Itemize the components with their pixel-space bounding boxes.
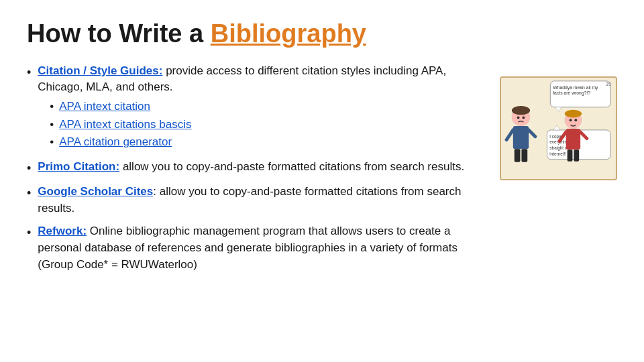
apa-intext-bascis-link[interactable]: APA intext citations bascis	[59, 117, 191, 133]
refwork-link[interactable]: Refwork:	[38, 225, 87, 237]
primo-citation-link[interactable]: Primo Citation:	[38, 160, 119, 173]
bibliography-link[interactable]: Bibliography	[211, 19, 366, 48]
cartoon-image: Whaddya mean all my facts are wrong?!? I…	[500, 76, 617, 180]
sub-bullet-dot-1: •	[50, 99, 54, 115]
bullet-text-google: Google Scholar Cites: allow you to copy-…	[38, 184, 493, 217]
svg-text:facts are wrong?!?: facts are wrong?!?	[553, 90, 590, 96]
svg-text:Whaddya mean all my: Whaddya mean all my	[553, 84, 598, 90]
bullet-dot-3: •	[27, 184, 31, 202]
sub-bullets-citation: • APA intext citation • APA intext citat…	[50, 99, 493, 151]
bullet-primo: • Primo Citation: allow you to copy-and-…	[27, 159, 493, 177]
svg-point-27	[570, 119, 572, 121]
bullet-dot-2: •	[27, 160, 31, 177]
primo-text: allow you to copy-and-paste formatted ci…	[119, 160, 464, 173]
svg-text:35: 35	[606, 81, 611, 86]
citation-style-link[interactable]: Citation / Style Guides:	[38, 64, 162, 77]
cartoon-svg: Whaddya mean all my facts are wrong?!? I…	[501, 78, 616, 179]
svg-rect-16	[515, 149, 521, 162]
content-area: • Citation / Style Guides: provide acces…	[27, 63, 493, 274]
svg-rect-13	[513, 126, 529, 149]
apa-generator-link[interactable]: APA citation generator	[59, 134, 172, 151]
svg-point-21	[565, 110, 582, 118]
apa-intext-citation-link[interactable]: APA intext citation	[59, 99, 150, 115]
page-title: How to Write a Bibliography	[27, 20, 617, 48]
bullet-text-refwork: Refwork: Online bibliographic management…	[38, 223, 493, 273]
svg-rect-22	[566, 129, 580, 149]
bullet-refwork: • Refwork: Online bibliographic manageme…	[27, 223, 493, 273]
svg-point-19	[522, 116, 525, 119]
sub-bullet-dot-2: •	[50, 117, 54, 133]
svg-text:internet!!: internet!!	[549, 152, 566, 156]
bullet-google-scholar: • Google Scholar Cites: allow you to cop…	[27, 184, 493, 217]
svg-point-18	[517, 116, 520, 119]
svg-point-28	[574, 119, 577, 121]
bullet-text-1: Citation / Style Guides: provide access …	[38, 63, 493, 152]
sub-bullet-apa-bascis: • APA intext citations bascis	[50, 117, 493, 133]
google-scholar-link[interactable]: Google Scholar Cites	[38, 185, 153, 198]
svg-point-12	[512, 106, 530, 115]
svg-rect-25	[568, 149, 573, 162]
bullet-citation-style: • Citation / Style Guides: provide acces…	[27, 63, 493, 152]
sub-bullet-dot-3: •	[50, 134, 54, 151]
svg-rect-26	[574, 149, 579, 162]
main-content: • Citation / Style Guides: provide acces…	[27, 63, 617, 280]
refwork-text: Online bibliographic management program …	[38, 225, 458, 270]
bullet-dot-4: •	[27, 224, 31, 241]
sub-bullet-apa-generator: • APA citation generator	[50, 134, 493, 151]
svg-rect-17	[521, 149, 527, 162]
text-section: • Citation / Style Guides: provide acces…	[27, 63, 500, 280]
bullet-dot-1: •	[27, 64, 31, 81]
title-plain-text: How to Write a	[27, 19, 211, 48]
bullet-text-primo: Primo Citation: allow you to copy-and-pa…	[38, 159, 493, 176]
sub-bullet-apa-intext: • APA intext citation	[50, 99, 493, 115]
